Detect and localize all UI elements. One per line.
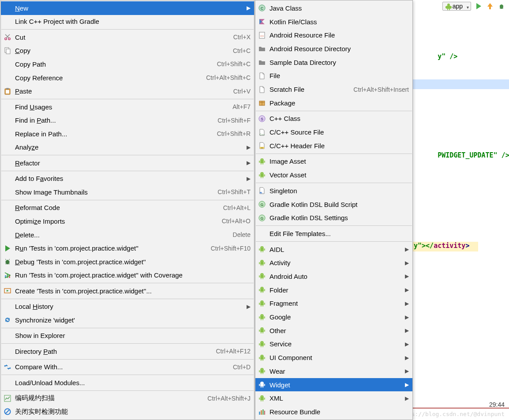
new-item-edittpl[interactable]: Edit File Templates... [255,227,412,240]
new-item-singleton[interactable]: JSingleton [255,184,412,198]
svg-rect-86 [260,316,264,319]
new-item-sampledir[interactable]: Sample Data Directory [255,56,412,69]
run-icon[interactable] [475,2,483,10]
file-icon [257,85,267,94]
new-item-androidauto[interactable]: Android Auto▶ [255,270,412,283]
submenu-arrow-icon: ▶ [403,273,409,279]
new-item-other[interactable]: Other▶ [255,324,412,338]
new-item-activity[interactable]: Activity▶ [255,256,412,270]
svg-point-37 [262,159,263,160]
svg-point-113 [262,356,263,356]
new-item-gradlesettings[interactable]: GGradle Kotlin DSL Settings [255,211,412,225]
blank-icon [3,129,12,139]
new-item-widget[interactable]: Widget▶ [255,378,412,392]
ctx-item-copypath[interactable]: Copy PathCtrl+Shift+C [1,57,254,71]
ctx-item-reformat[interactable]: Reformat CodeCtrl+Alt+L [1,201,254,215]
debug-bug-icon[interactable] [498,2,505,10]
new-item-file[interactable]: File [255,69,412,83]
debug-apply-icon[interactable] [486,2,494,10]
new-item-cheader[interactable]: HC/C++ Header File [255,139,412,153]
ctx-item-debug[interactable]: Debug 'Tests in 'com.project.practice.wi… [1,255,254,269]
new-item-service[interactable]: Service▶ [255,338,412,351]
new-item-package[interactable]: Package [255,96,412,110]
menu-item-label: Create 'Tests in 'com.project.practice.w… [15,287,251,295]
ctx-item-loadunload[interactable]: Load/Unload Modules... [1,376,254,390]
ctx-item-replaceinpath[interactable]: Replace in Path...Ctrl+Shift+R [1,127,254,141]
ctx-item-new[interactable]: New▶ [1,1,254,15]
new-item-vectorasset[interactable]: Vector Asset [255,168,412,182]
ctx-item-cn1[interactable]: 编码规约扫描Ctrl+Alt+Shift+J [1,392,254,405]
cfile-icon: C++ [257,128,267,137]
bundle-icon [257,407,267,417]
svg-rect-96 [261,332,262,334]
compare-icon [3,362,12,372]
ctx-item-dirpath[interactable]: Directory PathCtrl+Alt+F12 [1,345,254,358]
ctx-item-copy[interactable]: CopyCtrl+C [1,44,254,58]
ctx-item-findinpath[interactable]: Find in Path...Ctrl+Shift+F [1,113,254,127]
ctx-item-compare[interactable]: Compare With...Ctrl+D [1,360,254,374]
ctx-item-paste[interactable]: PasteCtrl+V [1,84,254,98]
submenu-arrow-icon: ▶ [403,368,409,374]
ctx-item-refactor[interactable]: Refactor▶ [1,156,254,170]
new-item-fragment[interactable]: Fragment▶ [255,297,412,311]
ctx-item-optimize[interactable]: Optimize ImportsCtrl+Alt+O [1,214,254,228]
new-item-wear[interactable]: Wear▶ [255,364,412,378]
separator [256,154,412,154]
new-item-csource[interactable]: C++C/C++ Source File [255,125,412,139]
svg-rect-93 [260,330,264,332]
ctx-item-explorer[interactable]: Show in Explorer [1,329,254,343]
new-item-aidl[interactable]: AIDL▶ [255,243,412,256]
blank-icon [3,158,12,168]
svg-rect-65 [260,275,264,278]
new-item-uicomp[interactable]: UI Component▶ [255,351,412,364]
new-item-cppclass[interactable]: SC++ Class [255,112,412,126]
class-g-icon: G [257,213,267,223]
new-item-kotlin[interactable]: Kotlin File/Class [255,15,412,29]
ctx-item-thumbnails[interactable]: Show Image ThumbnailsCtrl+Shift+T [1,185,254,199]
new-item-scratch[interactable]: Scratch FileCtrl+Alt+Shift+Insert [255,82,412,96]
menu-item-label: Find Usages [15,103,224,111]
ctx-item-history[interactable]: Local History▶ [1,300,254,313]
new-item-resdir[interactable]: Android Resource Directory [255,42,412,56]
new-item-google[interactable]: Google▶ [255,310,412,324]
menu-item-label: Image Asset [269,158,409,165]
svg-rect-107 [260,357,264,360]
ctx-item-sync[interactable]: Synchronize 'widget' [1,313,254,327]
ctx-item-coverage[interactable]: Run 'Tests in 'com.project.practice.widg… [1,268,254,282]
ctx-item-addfav[interactable]: Add to Favorites▶ [1,172,254,186]
new-item-resbundle[interactable]: Resource Bundle [255,405,412,419]
menu-item-label: Folder [269,286,399,294]
ctx-item-analyze[interactable]: Analyze▶ [1,141,254,154]
ctx-item-create[interactable]: Create 'Tests in 'com.project.practice.w… [1,284,254,298]
svg-rect-72 [260,289,264,292]
menu-item-label: Android Resource Directory [269,45,409,52]
top-toolbar: app ▾ [442,0,509,12]
svg-rect-82 [261,305,262,307]
menu-item-label: Load/Unload Modules... [15,379,251,386]
shortcut-text: Ctrl+Shift+F [217,117,251,124]
new-item-xml[interactable]: XML▶ [255,391,412,405]
ctx-item-cut[interactable]: CutCtrl+X [1,30,254,44]
menu-item-label: Refactor [15,159,241,167]
new-item-javaclass[interactable]: CJava Class [255,1,412,15]
menu-item-label: Synchronize 'widget' [15,316,251,324]
run-config-combo[interactable]: app ▾ [442,2,471,11]
ctx-item-run[interactable]: Run 'Tests in 'com.project.practice.widg… [1,241,254,255]
svg-text:G: G [260,202,263,207]
ctx-item-findusages[interactable]: Find UsagesAlt+F7 [1,100,254,114]
activity-close-tag: y"></activity> [414,242,469,250]
ctx-item-delete[interactable]: Delete...Delete [1,228,254,242]
ctx-item-link[interactable]: Link C++ Project with Gradle [1,15,254,29]
ctx-item-cn2[interactable]: 关闭实时检测功能 [1,405,254,419]
sync-icon [3,315,12,325]
svg-rect-55 [262,251,263,252]
separator [1,155,254,155]
svg-rect-51 [260,248,264,251]
new-item-resfile[interactable]: <>Android Resource File [255,28,412,42]
android-icon [257,170,267,180]
new-item-gradlebuild[interactable]: GGradle Kotlin DSL Build Script [255,198,412,211]
new-item-imageasset[interactable]: Image Asset [255,155,412,169]
menu-item-label: 关闭实时检测功能 [15,408,251,416]
ctx-item-copyref[interactable]: Copy ReferenceCtrl+Alt+Shift+C [1,71,254,85]
new-item-folder2[interactable]: Folder▶ [255,283,412,297]
